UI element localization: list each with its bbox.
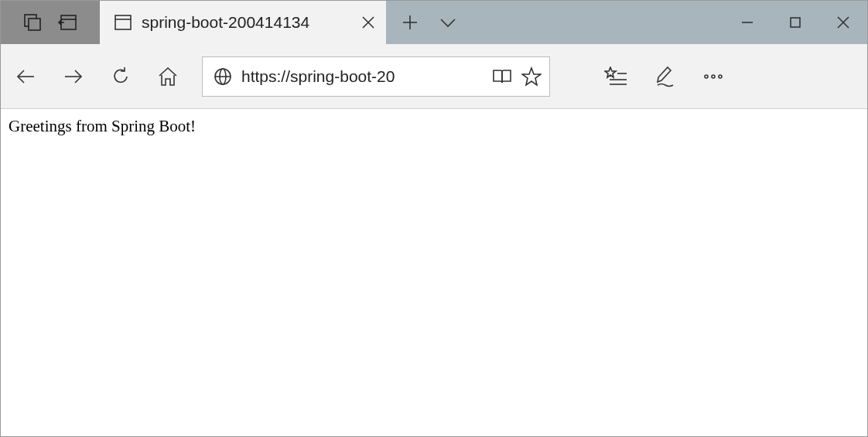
close-window-button[interactable] (819, 1, 867, 44)
chevron-down-icon[interactable] (439, 15, 457, 29)
favorite-star-icon[interactable] (521, 67, 542, 87)
forward-button[interactable] (63, 67, 84, 86)
refresh-button[interactable] (111, 67, 131, 87)
page-content: Greetings from Spring Boot! (1, 109, 867, 144)
more-icon[interactable] (703, 73, 723, 80)
minimize-button[interactable] (723, 1, 771, 44)
notes-icon[interactable] (655, 66, 675, 87)
reading-view-icon[interactable] (492, 68, 512, 85)
svg-point-24 (719, 75, 722, 78)
url-text: https://spring-boot-20 (241, 67, 483, 86)
titlebar: spring-boot-200414134 (1, 1, 867, 44)
body-text: Greetings from Spring Boot! (9, 117, 859, 136)
favorites-list-icon[interactable] (604, 67, 627, 87)
svg-rect-11 (791, 18, 800, 27)
nav-buttons (15, 67, 179, 87)
tab-aside-icon[interactable] (56, 13, 78, 32)
address-bar[interactable]: https://spring-boot-20 (202, 56, 550, 97)
globe-icon (214, 67, 232, 86)
back-button[interactable] (15, 67, 36, 86)
svg-point-23 (712, 75, 715, 78)
new-tab-icon[interactable] (402, 14, 419, 31)
tab-title: spring-boot-200414134 (142, 13, 352, 32)
svg-rect-4 (115, 15, 131, 29)
toolbar: https://spring-boot-20 (1, 44, 867, 109)
maximize-button[interactable] (771, 1, 819, 44)
browser-tab[interactable]: spring-boot-200414134 (100, 1, 386, 44)
close-tab-icon[interactable] (361, 15, 375, 29)
page-icon (114, 14, 132, 31)
windows-cascade-icon[interactable] (22, 12, 43, 32)
window-controls (723, 1, 867, 44)
tab-actions (386, 1, 457, 44)
home-button[interactable] (157, 67, 179, 87)
toolbar-right (604, 66, 723, 87)
svg-rect-1 (29, 19, 40, 30)
titlebar-app-buttons (1, 1, 100, 44)
svg-point-22 (705, 75, 708, 78)
